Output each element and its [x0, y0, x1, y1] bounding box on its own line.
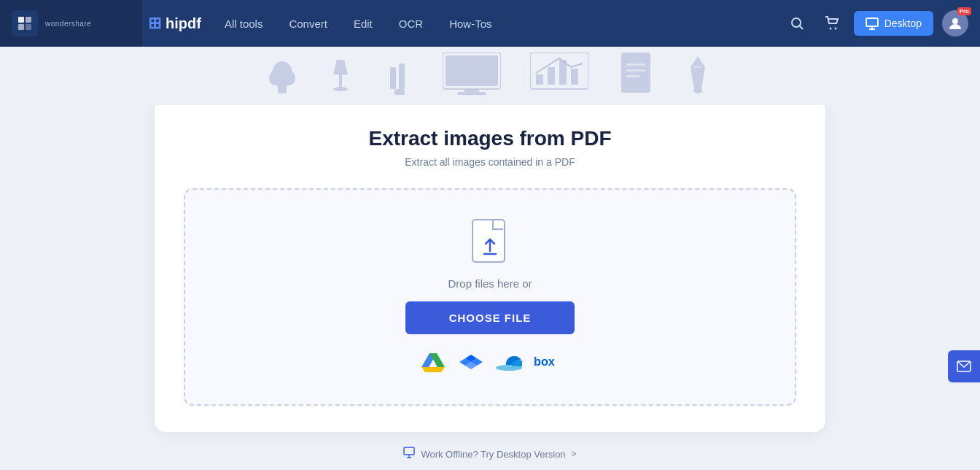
- nav-ocr[interactable]: OCR: [387, 12, 435, 36]
- nav-edit[interactable]: Edit: [342, 12, 384, 36]
- illustrations: [0, 47, 980, 105]
- svg-rect-20: [399, 63, 405, 89]
- main-content: Extract images from PDF Extract all imag…: [0, 105, 980, 470]
- cloud-services: box: [420, 349, 560, 375]
- svg-point-14: [269, 71, 281, 85]
- illus-monitor: [443, 53, 501, 105]
- svg-rect-2: [18, 24, 24, 30]
- svg-point-15: [284, 71, 295, 85]
- main-card: Extract images from PDF Extract all imag…: [155, 98, 825, 432]
- brand-area: wondershare: [0, 0, 142, 47]
- main-nav: All tools Convert Edit OCR How-Tos: [213, 12, 504, 36]
- page-title: Extract images from PDF: [184, 127, 796, 150]
- desktop-label: Desktop: [884, 18, 922, 29]
- navbar-actions: Desktop Pro: [784, 10, 980, 36]
- nav-how-tos[interactable]: How-Tos: [438, 12, 503, 36]
- offline-text: Work Offline? Try Desktop Version: [421, 449, 565, 460]
- svg-marker-35: [691, 56, 705, 89]
- hipdf-text: hipdf: [166, 15, 201, 32]
- nav-convert[interactable]: Convert: [277, 12, 339, 36]
- illus-document: [618, 53, 654, 105]
- cart-button[interactable]: [819, 10, 845, 36]
- svg-text:box: box: [534, 355, 555, 368]
- wondershare-logo: [12, 10, 38, 36]
- svg-rect-31: [621, 53, 650, 93]
- drop-text: Drop files here or: [448, 277, 532, 290]
- box-icon[interactable]: box: [534, 349, 560, 375]
- svg-rect-47: [404, 447, 414, 455]
- illus-chart: [530, 53, 588, 105]
- drop-zone[interactable]: Drop files here or CHOOSE FILE: [184, 188, 796, 406]
- illus-lamp: [326, 53, 355, 105]
- svg-marker-16: [333, 60, 348, 74]
- svg-rect-19: [390, 67, 396, 89]
- avatar-button[interactable]: Pro: [942, 10, 968, 36]
- svg-point-4: [792, 18, 801, 27]
- hero-background: [0, 47, 980, 105]
- hipdf-logo[interactable]: ⊞ hipdf: [148, 14, 201, 33]
- svg-point-18: [333, 87, 348, 91]
- offline-arrow: >: [572, 449, 577, 459]
- svg-rect-30: [571, 69, 578, 85]
- svg-point-11: [952, 18, 958, 24]
- google-drive-icon[interactable]: [420, 349, 446, 375]
- svg-point-7: [834, 28, 836, 30]
- page-subtitle: Extract all images contained in a PDF: [184, 156, 796, 168]
- svg-rect-3: [26, 24, 31, 30]
- hipdf-icon: ⊞: [148, 14, 161, 33]
- nav-all-tools[interactable]: All tools: [213, 12, 275, 36]
- svg-rect-32: [626, 63, 645, 66]
- choose-file-button[interactable]: CHOOSE FILE: [405, 301, 575, 334]
- svg-rect-27: [536, 74, 543, 85]
- svg-rect-28: [548, 67, 555, 85]
- onedrive-icon[interactable]: [496, 349, 522, 375]
- dropbox-icon[interactable]: [458, 349, 484, 375]
- upload-icon: [470, 219, 510, 266]
- svg-rect-24: [464, 89, 479, 92]
- svg-rect-1: [26, 17, 31, 23]
- illus-pen: [683, 53, 712, 105]
- svg-rect-21: [394, 89, 405, 95]
- desktop-icon: [403, 447, 415, 461]
- svg-rect-0: [18, 17, 24, 23]
- svg-point-36: [693, 88, 702, 93]
- svg-point-6: [829, 28, 831, 30]
- svg-rect-34: [626, 75, 639, 77]
- svg-point-45: [496, 365, 522, 371]
- svg-rect-8: [866, 18, 878, 26]
- offline-bar[interactable]: Work Offline? Try Desktop Version >: [403, 447, 576, 461]
- navbar: wondershare ⊞ hipdf All tools Convert Ed…: [0, 0, 980, 47]
- svg-rect-25: [457, 92, 486, 95]
- pro-badge: Pro: [957, 7, 971, 15]
- illus-plant: [268, 53, 297, 105]
- search-button[interactable]: [784, 10, 810, 36]
- illus-pencils: [384, 60, 413, 105]
- email-side-button[interactable]: [948, 350, 980, 382]
- svg-line-5: [799, 26, 803, 30]
- svg-rect-33: [626, 69, 645, 72]
- desktop-button[interactable]: Desktop: [854, 11, 933, 36]
- svg-rect-23: [446, 55, 498, 86]
- wondershare-label: wondershare: [45, 20, 91, 28]
